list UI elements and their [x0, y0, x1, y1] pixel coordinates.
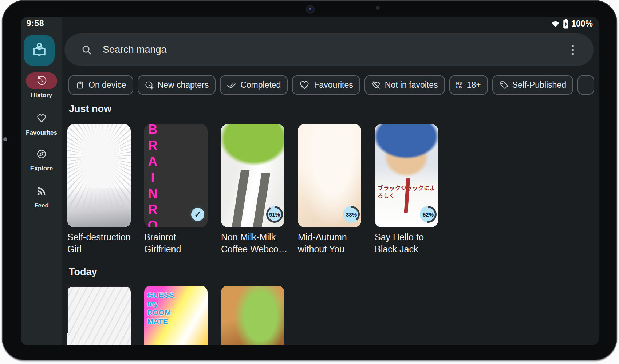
front-camera	[307, 6, 314, 13]
compass-icon	[36, 149, 47, 159]
progress-badge: 38%	[343, 206, 360, 223]
mihon-logo-icon	[30, 41, 48, 60]
progress-badge: ✓	[189, 206, 206, 223]
nsfw-icon: NSFW	[456, 82, 463, 89]
manga-card[interactable]: 38% Mid-Autumnwithout You	[298, 124, 361, 255]
progress-badge: 52%	[420, 206, 437, 223]
progress-badge: 37%	[113, 206, 129, 223]
cover-art	[67, 286, 131, 345]
cover-art: ブラックジャックによろしく52%	[375, 124, 438, 227]
page: History Favourites Explore Feed 9:58 100…	[0, 0, 619, 364]
manga-card[interactable]: 91% Non Milk-MilkCoffee Webco…	[221, 124, 284, 255]
chip-nsfw[interactable]: NSFW 18+	[449, 75, 488, 95]
chip-favourites[interactable]: Favourites	[292, 75, 360, 95]
manga-card[interactable]: 37% Self-destructionGirl	[67, 124, 131, 255]
cover-grid-today: GUESS my ROOM MATE	[67, 286, 284, 345]
manga-card[interactable]	[67, 286, 131, 345]
chip-new-chapters[interactable]: New chapters	[138, 75, 216, 95]
double-check-icon	[227, 80, 236, 90]
clock-plus-icon	[145, 80, 154, 90]
search-bar[interactable]: Search manga	[64, 33, 594, 66]
sidebar-item-favourites[interactable]: Favourites	[21, 110, 62, 136]
cover-title: Non Milk-MilkCoffee Webco…	[221, 231, 284, 255]
search-icon	[81, 44, 92, 55]
app-logo-button[interactable]	[24, 35, 55, 66]
search-placeholder: Search manga	[103, 44, 167, 55]
cover-art: 37%	[67, 124, 131, 227]
sidebar-item-label: Favourites	[21, 129, 62, 136]
cover-art-text: GUESS my ROOM MATE	[147, 291, 184, 326]
sd-card-icon	[75, 80, 84, 90]
chip-partial[interactable]	[577, 75, 594, 95]
section-header-just-now: Just now	[69, 103, 111, 115]
rss-icon	[36, 186, 47, 197]
section-header-today: Today	[69, 266, 97, 278]
kebab-menu-icon[interactable]	[567, 33, 578, 66]
heart-off-icon	[371, 80, 381, 90]
cover-art-text: ブラックジャックによろしく	[378, 184, 438, 199]
history-icon	[36, 75, 47, 86]
manga-card[interactable]: ブラックジャックによろしく52% Say Hello toBlack Jack	[375, 124, 438, 255]
cover-art: 38%	[298, 124, 361, 227]
chip-not-in-favoites[interactable]: Not in favoites	[364, 75, 445, 95]
manga-card[interactable]	[221, 286, 284, 345]
sensor-dot	[376, 6, 380, 10]
cover-title: Mid-Autumnwithout You	[298, 231, 361, 255]
screen: History Favourites Explore Feed 9:58 100…	[21, 17, 599, 345]
sidebar-item-history[interactable]: History	[21, 72, 62, 99]
tag-icon	[499, 80, 508, 90]
completed-check-icon: ✓	[191, 208, 204, 221]
chip-completed[interactable]: Completed	[220, 75, 288, 95]
cover-title: Self-destructionGirl	[67, 231, 131, 255]
status-time: 9:58	[27, 19, 44, 28]
cover-title: Say Hello toBlack Jack	[375, 231, 438, 255]
cover-art-text: BRAINROT	[145, 124, 160, 227]
cover-grid-just-now: 37% Self-destructionGirl BRAINROT✓ Brain…	[67, 124, 438, 255]
cover-art: BRAINROT✓	[144, 124, 208, 227]
chip-on-device[interactable]: On device	[68, 75, 133, 95]
side-button	[3, 137, 7, 141]
sidebar-item-label: Explore	[21, 165, 62, 172]
sidebar-item-label: Feed	[21, 202, 62, 209]
badge-label: 52%	[422, 208, 435, 221]
sidebar-item-label: History	[21, 92, 62, 99]
chip-self-published[interactable]: Self-Published	[492, 75, 573, 95]
filter-chips: On device New chapters Completed Favouri…	[68, 75, 599, 95]
heart-icon	[299, 80, 310, 91]
manga-card[interactable]: GUESS my ROOM MATE	[144, 286, 208, 345]
manga-card[interactable]: BRAINROT✓ BrainrotGirlfriend	[144, 124, 208, 255]
sidebar-item-explore[interactable]: Explore	[21, 146, 62, 172]
badge-label: 37%	[114, 208, 127, 221]
cover-art: 91%	[221, 124, 284, 227]
progress-badge: 91%	[266, 206, 283, 223]
nav-rail: History Favourites Explore Feed	[21, 17, 62, 345]
cover-art	[221, 286, 284, 345]
badge-label: 91%	[268, 208, 281, 221]
cover-art: GUESS my ROOM MATE	[144, 286, 208, 345]
sidebar-item-feed[interactable]: Feed	[21, 183, 62, 209]
cover-title: BrainrotGirlfriend	[144, 231, 208, 255]
badge-label: 38%	[345, 208, 358, 221]
content: Search manga On device New chapters Comp…	[62, 17, 599, 345]
heart-icon	[36, 113, 47, 124]
